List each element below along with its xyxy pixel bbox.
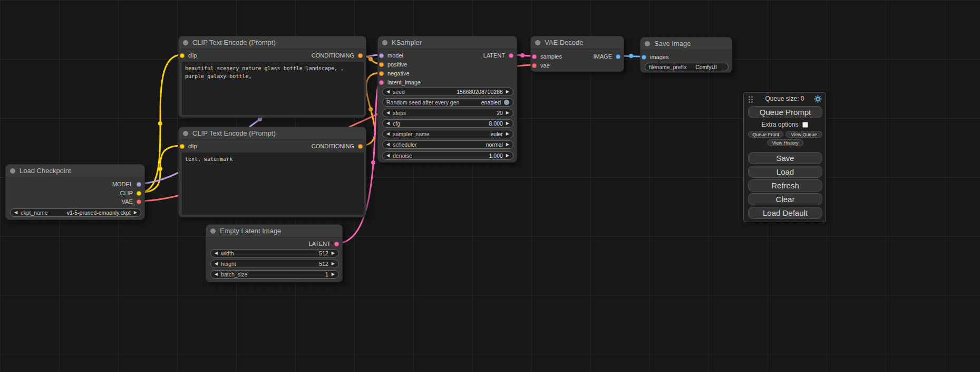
node-title-bar[interactable]: Load Checkpoint xyxy=(6,165,144,177)
negative-prompt-textarea[interactable]: text, watermark xyxy=(182,152,364,215)
image-port-dot[interactable] xyxy=(642,55,646,60)
drag-handle-icon[interactable] xyxy=(749,96,750,98)
next-arrow-icon[interactable]: ▶ xyxy=(506,90,509,94)
queue-front-button[interactable]: Queue Front xyxy=(748,131,783,138)
image-port-dot[interactable] xyxy=(616,54,620,59)
settings-gear-icon[interactable] xyxy=(814,95,822,103)
widget-batch-size[interactable]: ◀ batch_size 1 ▶ xyxy=(210,270,339,279)
conditioning-port-dot[interactable] xyxy=(379,62,384,67)
widget-steps[interactable]: ◀ steps 20 ▶ xyxy=(382,109,513,117)
node-ksampler[interactable]: KSampler model positive negative latent_… xyxy=(377,36,517,163)
collapse-dot-icon[interactable] xyxy=(183,131,188,136)
node-title-bar[interactable]: CLIP Text Encode (Prompt) xyxy=(179,127,366,140)
conditioning-port-dot[interactable] xyxy=(358,53,363,58)
prev-arrow-icon[interactable]: ◀ xyxy=(14,211,17,215)
prev-arrow-icon[interactable]: ◀ xyxy=(386,111,390,115)
prev-arrow-icon[interactable]: ◀ xyxy=(215,251,218,255)
next-arrow-icon[interactable]: ▶ xyxy=(332,251,335,255)
input-port-model[interactable]: model xyxy=(379,52,403,59)
widget-width[interactable]: ◀ width 512 ▶ xyxy=(210,249,339,257)
next-arrow-icon[interactable]: ▶ xyxy=(506,121,509,126)
output-port-conditioning[interactable]: CONDITIONING xyxy=(312,142,363,150)
prev-arrow-icon[interactable]: ◀ xyxy=(215,272,218,276)
prev-arrow-icon[interactable]: ◀ xyxy=(386,154,390,158)
widget-cfg[interactable]: ◀ cfg 8.000 ▶ xyxy=(382,119,513,128)
collapse-dot-icon[interactable] xyxy=(183,40,188,45)
prev-arrow-icon[interactable]: ◀ xyxy=(215,262,218,266)
load-button[interactable]: Load xyxy=(748,166,822,178)
input-port-images[interactable]: images xyxy=(642,53,668,61)
input-port-latent-image[interactable]: latent_image xyxy=(379,79,421,86)
node-title-bar[interactable]: CLIP Text Encode (Prompt) xyxy=(179,36,366,49)
extra-options-checkbox[interactable] xyxy=(802,122,808,128)
widget-sampler-name[interactable]: ◀ sampler_name euler ▶ xyxy=(382,130,513,138)
clear-button[interactable]: Clear xyxy=(748,193,822,205)
next-arrow-icon[interactable]: ▶ xyxy=(332,262,335,266)
output-port-model[interactable]: MODEL xyxy=(112,180,141,188)
input-port-clip[interactable]: clip xyxy=(180,142,197,150)
input-port-clip[interactable]: clip xyxy=(180,52,197,59)
clip-port-dot[interactable] xyxy=(180,53,185,58)
save-button[interactable]: Save xyxy=(748,152,822,164)
node-title-bar[interactable]: VAE Decode xyxy=(531,36,624,49)
widget-height[interactable]: ◀ height 512 ▶ xyxy=(210,260,339,268)
node-title-bar[interactable]: KSampler xyxy=(378,36,517,49)
latent-port-dot[interactable] xyxy=(334,242,339,246)
widget-denoise[interactable]: ◀ denoise 1.000 ▶ xyxy=(382,151,513,160)
graph-canvas[interactable]: Load Checkpoint MODEL CLIP VAE ◀ ckpt_na… xyxy=(0,0,980,372)
node-title-bar[interactable]: Empty Latent Image xyxy=(206,225,342,237)
collapse-dot-icon[interactable] xyxy=(645,41,650,46)
node-load-checkpoint[interactable]: Load Checkpoint MODEL CLIP VAE ◀ ckpt_na… xyxy=(5,164,145,220)
collapse-dot-icon[interactable] xyxy=(535,40,540,45)
toggle-dot[interactable] xyxy=(504,100,509,105)
clip-port-dot[interactable] xyxy=(137,191,141,196)
next-arrow-icon[interactable]: ▶ xyxy=(506,111,509,115)
model-port-dot[interactable] xyxy=(137,182,141,187)
next-arrow-icon[interactable]: ▶ xyxy=(134,211,137,215)
node-clip-text-encode-negative[interactable]: CLIP Text Encode (Prompt) clip CONDITION… xyxy=(178,127,366,217)
node-title-bar[interactable]: Save Image xyxy=(641,37,732,50)
node-empty-latent-image[interactable]: Empty Latent Image LATENT ◀ width 512 ▶ … xyxy=(206,224,343,282)
widget-random-seed[interactable]: Random seed after every gen enabled xyxy=(382,98,513,107)
view-history-button[interactable]: View History xyxy=(767,139,803,146)
input-port-vae[interactable]: vae xyxy=(532,62,550,69)
output-port-latent[interactable]: LATENT xyxy=(309,240,339,247)
latent-port-dot[interactable] xyxy=(532,54,537,59)
latent-port-dot[interactable] xyxy=(509,53,513,58)
view-queue-button[interactable]: View Queue xyxy=(785,131,822,138)
collapse-dot-icon[interactable] xyxy=(382,40,387,45)
conditioning-port-dot[interactable] xyxy=(358,144,363,149)
widget-filename-prefix[interactable]: filename_prefix ComfyUI xyxy=(645,63,729,71)
input-port-positive[interactable]: positive xyxy=(379,61,407,68)
prev-arrow-icon[interactable]: ◀ xyxy=(386,121,390,126)
next-arrow-icon[interactable]: ▶ xyxy=(506,142,509,147)
output-port-image[interactable]: IMAGE xyxy=(594,53,620,60)
widget-ckpt-name[interactable]: ◀ ckpt_name v1-5-pruned-emaonly.ckpt ▶ xyxy=(10,208,141,217)
output-port-vae[interactable]: VAE xyxy=(122,198,141,205)
next-arrow-icon[interactable]: ▶ xyxy=(506,132,509,136)
clip-port-dot[interactable] xyxy=(180,144,185,149)
next-arrow-icon[interactable]: ▶ xyxy=(506,154,509,158)
output-port-conditioning[interactable]: CONDITIONING xyxy=(312,52,363,59)
queue-prompt-button[interactable]: Queue Prompt xyxy=(748,106,822,118)
input-port-samples[interactable]: samples xyxy=(532,53,562,60)
conditioning-port-dot[interactable] xyxy=(379,71,384,76)
output-port-clip[interactable]: CLIP xyxy=(120,189,141,197)
prev-arrow-icon[interactable]: ◀ xyxy=(386,90,390,94)
collapse-dot-icon[interactable] xyxy=(10,168,15,174)
load-default-button[interactable]: Load Default xyxy=(748,207,822,219)
model-port-dot[interactable] xyxy=(379,53,384,58)
widget-scheduler[interactable]: ◀ scheduler normal ▶ xyxy=(382,140,513,149)
output-port-latent[interactable]: LATENT xyxy=(483,52,513,59)
node-clip-text-encode-positive[interactable]: CLIP Text Encode (Prompt) clip CONDITION… xyxy=(178,36,366,118)
prev-arrow-icon[interactable]: ◀ xyxy=(386,142,390,147)
refresh-button[interactable]: Refresh xyxy=(748,179,822,192)
widget-seed[interactable]: ◀ seed 156680208700286 ▶ xyxy=(382,88,513,96)
prev-arrow-icon[interactable]: ◀ xyxy=(386,132,390,136)
input-port-negative[interactable]: negative xyxy=(379,70,410,77)
node-save-image[interactable]: Save Image images filename_prefix ComfyU… xyxy=(640,37,732,73)
collapse-dot-icon[interactable] xyxy=(210,228,216,234)
vae-port-dot[interactable] xyxy=(137,199,141,204)
latent-port-dot[interactable] xyxy=(379,80,384,85)
positive-prompt-textarea[interactable]: beautiful scenery nature glass bottle la… xyxy=(182,62,364,115)
